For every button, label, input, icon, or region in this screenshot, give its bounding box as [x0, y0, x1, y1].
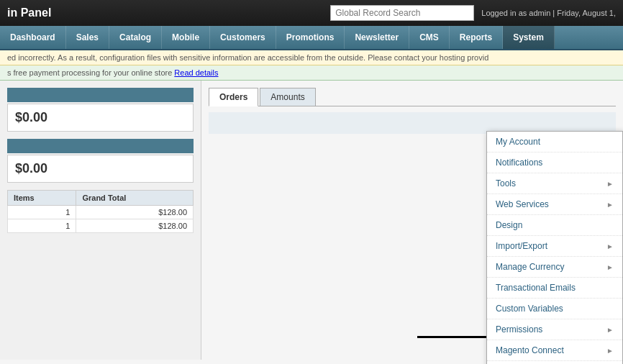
menu-permissions[interactable]: Permissions ► [487, 319, 622, 340]
row1-items: 1 [8, 206, 76, 219]
menu-transactional-emails[interactable]: Transactional Emails [487, 278, 622, 299]
system-dropdown: My Account Notifications Tools ► Web Ser… [486, 131, 623, 364]
header-right: Logged in as admin | Friday, August 1, [330, 5, 616, 21]
alert-bar: ed incorrectly. As a result, configurati… [0, 50, 623, 65]
nav-catalog[interactable]: Catalog [109, 26, 162, 49]
nav-dashboard[interactable]: Dashboard [0, 26, 66, 49]
read-details-link[interactable]: Read details [174, 68, 218, 77]
arrow-line [417, 336, 489, 338]
row2-total: $128.00 [76, 219, 194, 233]
navbar: Dashboard Sales Catalog Mobile Customers… [0, 26, 623, 50]
stats-table: Items Grand Total 1 $128.00 1 $128.00 [7, 190, 194, 233]
nav-newsletter[interactable]: Newsletter [345, 26, 409, 49]
menu-magento-connect[interactable]: Magento Connect ► [487, 340, 622, 361]
row2-items: 1 [8, 219, 76, 233]
row1-total: $128.00 [76, 206, 194, 219]
menu-manage-currency[interactable]: Manage Currency ► [487, 257, 622, 278]
arrow-annotation [417, 336, 489, 338]
col-items: Items [8, 191, 76, 206]
header: in Panel Logged in as admin | Friday, Au… [0, 0, 623, 26]
info-bar: s free payment processing for your onlin… [0, 65, 623, 81]
menu-custom-variables[interactable]: Custom Variables [487, 299, 622, 319]
tab-amounts[interactable]: Amounts [260, 88, 315, 106]
nav-reports[interactable]: Reports [450, 26, 503, 49]
menu-my-account[interactable]: My Account [487, 132, 622, 153]
menu-tools[interactable]: Tools ► [487, 173, 622, 194]
nav-sales[interactable]: Sales [66, 26, 109, 49]
menu-notifications[interactable]: Notifications [487, 153, 622, 173]
menu-cache-management[interactable]: Cache Management [487, 361, 622, 364]
admin-panel-title: in Panel [7, 6, 51, 19]
submenu-arrow: ► [606, 201, 614, 209]
stat1-label [7, 88, 194, 102]
table-row: 1 $128.00 [8, 219, 194, 233]
nav-promotions[interactable]: Promotions [276, 26, 345, 49]
right-panel: Orders Amounts No Data My Account Notifi… [201, 81, 623, 360]
submenu-arrow: ► [606, 263, 614, 271]
submenu-arrow: ► [606, 326, 614, 334]
submenu-arrow: ► [606, 180, 614, 188]
tab-orders[interactable]: Orders [209, 88, 258, 106]
stat2-value: $0.00 [7, 155, 194, 183]
logged-in-info: Logged in as admin | Friday, August 1, [481, 9, 616, 17]
menu-design[interactable]: Design [487, 215, 622, 236]
menu-web-services[interactable]: Web Services ► [487, 194, 622, 215]
menu-import-export[interactable]: Import/Export ► [487, 236, 622, 257]
stat2-label [7, 139, 194, 153]
submenu-arrow: ► [606, 242, 614, 250]
left-panel: $0.00 $0.00 Items Grand Total 1 $128.00 … [0, 81, 201, 360]
global-search-input[interactable] [330, 5, 474, 21]
nav-mobile[interactable]: Mobile [162, 26, 210, 49]
table-row: 1 $128.00 [8, 206, 194, 219]
tab-bar: Orders Amounts [209, 88, 616, 106]
nav-customers[interactable]: Customers [210, 26, 276, 49]
stat1-value: $0.00 [7, 104, 194, 132]
submenu-arrow: ► [606, 347, 614, 355]
nav-cms[interactable]: CMS [409, 26, 450, 49]
col-grand-total: Grand Total [76, 191, 194, 206]
nav-system[interactable]: System [503, 26, 555, 49]
main-content: $0.00 $0.00 Items Grand Total 1 $128.00 … [0, 81, 623, 360]
